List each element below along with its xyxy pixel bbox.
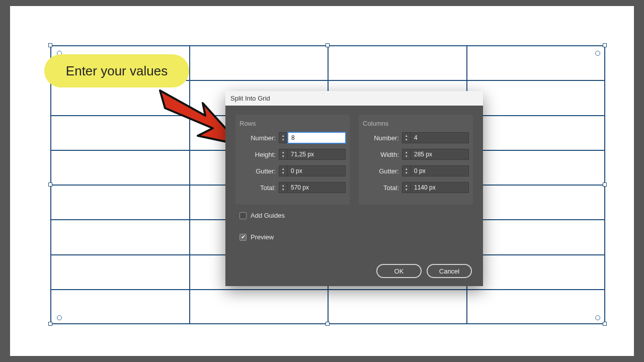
cols-total-stepper[interactable]: ▴▾	[402, 182, 411, 193]
chevron-up-icon: ▴	[406, 134, 408, 138]
rows-height-stepper[interactable]: ▴▾	[279, 149, 288, 160]
chevron-up-icon: ▴	[282, 134, 284, 138]
columns-heading: Columns	[363, 120, 469, 127]
rows-gutter-stepper[interactable]: ▴▾	[279, 165, 288, 176]
grid-cell	[467, 46, 606, 80]
add-guides-checkbox-row[interactable]: Add Guides	[239, 212, 473, 219]
rows-heading: Rows	[239, 120, 346, 127]
cols-gutter-stepper[interactable]: ▴▾	[402, 165, 411, 176]
selection-handle-br[interactable]	[603, 322, 607, 326]
cols-total-input[interactable]: 1140 px	[411, 182, 469, 193]
grid-cell	[467, 150, 606, 185]
grid-cell	[467, 220, 606, 254]
rows-number-label: Number:	[239, 134, 279, 142]
rows-number-input[interactable]: 8	[288, 132, 346, 143]
selection-handle-tl[interactable]	[48, 43, 52, 47]
cols-gutter-label: Gutter:	[363, 167, 402, 175]
add-guides-checkbox[interactable]	[239, 212, 247, 219]
grid-cell	[467, 255, 606, 290]
chevron-down-icon: ▾	[282, 154, 284, 158]
chevron-down-icon: ▾	[406, 171, 408, 175]
anchor-indicator-icon	[595, 51, 600, 56]
chevron-down-icon: ▾	[406, 138, 408, 142]
chevron-up-icon: ▴	[282, 184, 284, 188]
grid-cell	[328, 290, 467, 324]
grid-cell	[190, 290, 329, 324]
preview-checkbox[interactable]: ✔	[239, 234, 247, 241]
anchor-indicator-icon	[57, 315, 62, 320]
rows-gutter-label: Gutter:	[239, 167, 279, 175]
selection-handle-mr[interactable]	[603, 183, 607, 187]
ok-button[interactable]: OK	[376, 264, 422, 278]
cols-width-stepper[interactable]: ▴▾	[402, 149, 411, 160]
add-guides-label: Add Guides	[251, 212, 285, 219]
chevron-down-icon: ▾	[282, 188, 284, 192]
preview-label: Preview	[251, 233, 274, 241]
chevron-down-icon: ▾	[282, 171, 284, 175]
anchor-indicator-icon	[595, 315, 600, 320]
selection-handle-bm[interactable]	[326, 322, 330, 326]
grid-cell	[51, 255, 190, 290]
columns-group: Columns Number: ▴▾ 4 Width: ▴▾ 285 px Gu…	[359, 115, 473, 205]
grid-cell	[467, 116, 606, 150]
cancel-button[interactable]: Cancel	[427, 264, 472, 278]
selection-handle-tm[interactable]	[326, 43, 330, 47]
rows-group: Rows Number: ▴▾ 8 Height: ▴▾ 71,25 px Gu…	[235, 115, 350, 205]
grid-cell	[51, 220, 190, 254]
cols-width-input[interactable]: 285 px	[411, 149, 469, 160]
selection-handle-tr[interactable]	[603, 43, 607, 47]
cols-gutter-input[interactable]: 0 px	[411, 165, 469, 176]
cols-number-label: Number:	[363, 134, 402, 142]
selection-handle-ml[interactable]	[48, 183, 52, 187]
annotation-text: Enter your values	[66, 63, 168, 79]
chevron-down-icon: ▾	[406, 188, 408, 192]
split-into-grid-dialog: Split Into Grid Rows Number: ▴▾ 8 Height…	[225, 91, 483, 286]
rows-number-stepper[interactable]: ▴▾	[279, 132, 288, 143]
grid-cell	[51, 185, 190, 220]
grid-cell	[467, 290, 606, 324]
dialog-title-bar[interactable]: Split Into Grid	[225, 91, 483, 106]
cancel-button-label: Cancel	[439, 267, 459, 275]
chevron-up-icon: ▴	[406, 167, 408, 171]
chevron-up-icon: ▴	[406, 150, 408, 154]
selection-handle-bl[interactable]	[48, 322, 52, 326]
rows-gutter-input[interactable]: 0 px	[288, 165, 346, 176]
rows-total-label: Total:	[239, 184, 279, 192]
preview-checkbox-row[interactable]: ✔ Preview	[239, 233, 473, 241]
grid-cell	[467, 185, 606, 220]
cols-total-label: Total:	[363, 184, 402, 192]
rows-height-input[interactable]: 71,25 px	[288, 149, 346, 160]
grid-cell	[51, 290, 190, 324]
cols-width-label: Width:	[363, 151, 402, 158]
chevron-up-icon: ▴	[282, 167, 284, 171]
artboard-canvas: Enter your values Split Into Grid Rows N…	[10, 6, 634, 356]
grid-cell	[328, 46, 467, 80]
grid-cell	[467, 80, 606, 115]
chevron-up-icon: ▴	[282, 150, 284, 154]
chevron-down-icon: ▾	[282, 138, 284, 142]
cols-number-input[interactable]: 4	[411, 132, 469, 143]
grid-cell	[190, 46, 329, 80]
rows-height-label: Height:	[239, 151, 279, 158]
dialog-title: Split Into Grid	[230, 95, 270, 102]
rows-total-input[interactable]: 570 px	[288, 182, 346, 193]
rows-total-stepper[interactable]: ▴▾	[279, 182, 288, 193]
chevron-down-icon: ▾	[406, 154, 408, 158]
cols-number-stepper[interactable]: ▴▾	[402, 132, 411, 143]
chevron-up-icon: ▴	[406, 184, 408, 188]
ok-button-label: OK	[394, 267, 404, 275]
